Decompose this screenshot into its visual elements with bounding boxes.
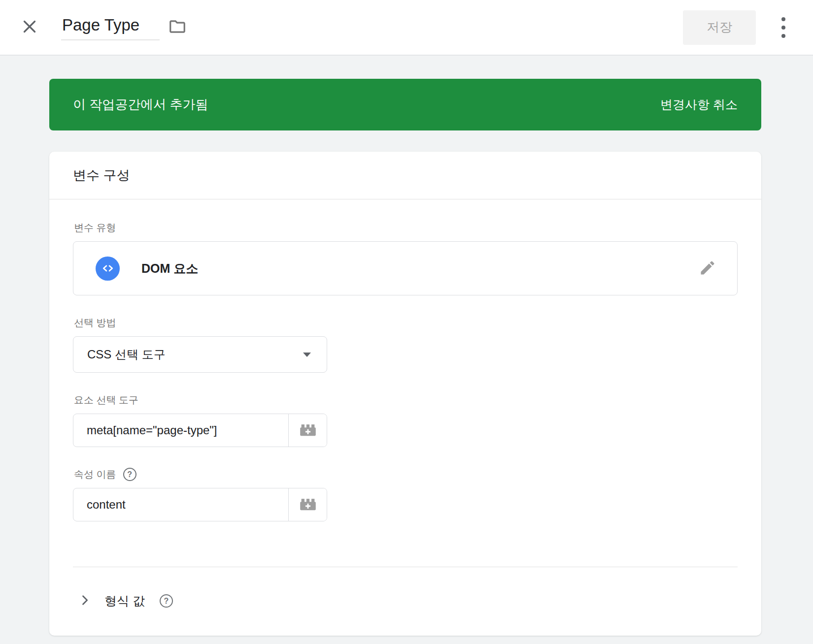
chevron-right-icon (78, 593, 92, 609)
variable-type-box: DOM 요소 (73, 241, 738, 295)
selection-method-select[interactable]: CSS 선택 도구 (73, 336, 327, 373)
folder-icon (168, 17, 187, 37)
help-icon[interactable]: ? (123, 468, 136, 481)
edit-pencil-icon (699, 259, 716, 278)
attribute-name-label-text: 속성 이름 (74, 468, 116, 481)
insert-variable-button[interactable] (288, 414, 327, 447)
kebab-menu-icon (781, 17, 785, 38)
card-body: 변수 유형 DOM 요소 선택 방법 CSS 선택 도구 요소 선택 도구 (49, 199, 761, 636)
element-selector-label: 요소 선택 도구 (74, 393, 738, 407)
header-right: 저장 (683, 10, 792, 45)
insert-variable-brick-icon (300, 497, 316, 513)
variable-type-value: DOM 요소 (141, 260, 198, 277)
attribute-name-group (73, 488, 327, 521)
dom-element-icon (96, 257, 120, 281)
save-button[interactable]: 저장 (683, 10, 756, 45)
attribute-name-input[interactable] (73, 488, 288, 521)
more-options-button[interactable] (775, 14, 792, 41)
banner-message: 이 작업공간에서 추가됨 (73, 96, 208, 113)
variable-configuration-card: 변수 구성 변수 유형 DOM 요소 선택 방법 CSS 선택 도구 요소 선택… (49, 152, 761, 636)
folder-button[interactable] (168, 18, 187, 37)
selection-method-value: CSS 선택 도구 (87, 347, 166, 362)
insert-variable-button[interactable] (288, 488, 327, 521)
card-header: 변수 구성 (49, 152, 761, 199)
close-icon (21, 18, 38, 37)
element-selector-input[interactable] (73, 414, 288, 447)
workspace-status-banner: 이 작업공간에서 추가됨 변경사항 취소 (49, 79, 761, 130)
format-value-expander[interactable]: 형식 값 ? (73, 593, 738, 609)
section-divider (73, 567, 738, 567)
chevron-down-icon (303, 353, 311, 357)
discard-changes-button[interactable]: 변경사항 취소 (660, 97, 738, 113)
format-value-label: 형식 값 (104, 593, 145, 609)
help-icon[interactable]: ? (160, 594, 173, 608)
card-title: 변수 구성 (73, 166, 130, 184)
attribute-name-label: 속성 이름 ? (74, 468, 738, 481)
variable-name-field[interactable]: Page Type (61, 14, 160, 41)
close-button[interactable] (20, 18, 39, 37)
edit-variable-type-button[interactable] (697, 258, 718, 279)
variable-type-label: 변수 유형 (74, 221, 738, 234)
header-left: Page Type (20, 14, 187, 41)
selection-method-label: 선택 방법 (74, 316, 738, 329)
insert-variable-brick-icon (300, 422, 316, 439)
element-selector-group (73, 414, 327, 447)
app-header: Page Type 저장 (0, 0, 813, 56)
